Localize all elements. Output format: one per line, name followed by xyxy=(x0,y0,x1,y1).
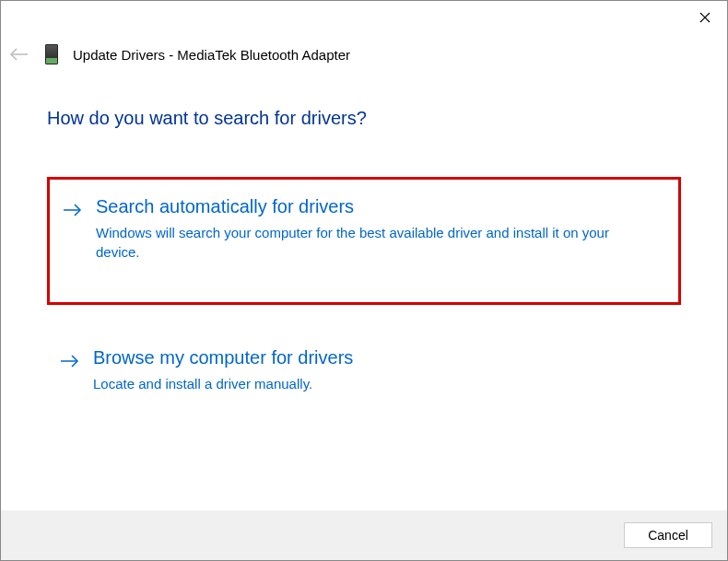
back-arrow-icon xyxy=(9,48,29,61)
option-browse-computer[interactable]: Browse my computer for drivers Locate an… xyxy=(47,331,681,412)
device-icon xyxy=(45,44,58,64)
option-description: Locate and install a driver manually. xyxy=(93,374,609,393)
cancel-button[interactable]: Cancel xyxy=(624,522,712,548)
arrow-right-icon xyxy=(60,351,80,371)
cancel-label: Cancel xyxy=(648,528,688,543)
dialog-title: Update Drivers - MediaTek Bluetooth Adap… xyxy=(73,47,350,63)
dialog-footer: Cancel xyxy=(1,510,727,560)
dialog-content: How do you want to search for drivers? S… xyxy=(1,65,727,412)
back-button[interactable] xyxy=(8,43,30,65)
option-body: Search automatically for drivers Windows… xyxy=(96,196,660,262)
option-search-automatically[interactable]: Search automatically for drivers Windows… xyxy=(47,177,681,305)
option-description: Windows will search your computer for th… xyxy=(96,223,612,262)
option-title: Browse my computer for drivers xyxy=(93,347,663,368)
option-body: Browse my computer for drivers Locate an… xyxy=(93,347,663,393)
option-title: Search automatically for drivers xyxy=(96,196,660,217)
dialog-header: Update Drivers - MediaTek Bluetooth Adap… xyxy=(1,1,727,65)
close-button[interactable] xyxy=(696,8,714,27)
close-icon xyxy=(699,12,710,23)
page-heading: How do you want to search for drivers? xyxy=(47,108,681,129)
arrow-right-icon xyxy=(63,200,83,220)
